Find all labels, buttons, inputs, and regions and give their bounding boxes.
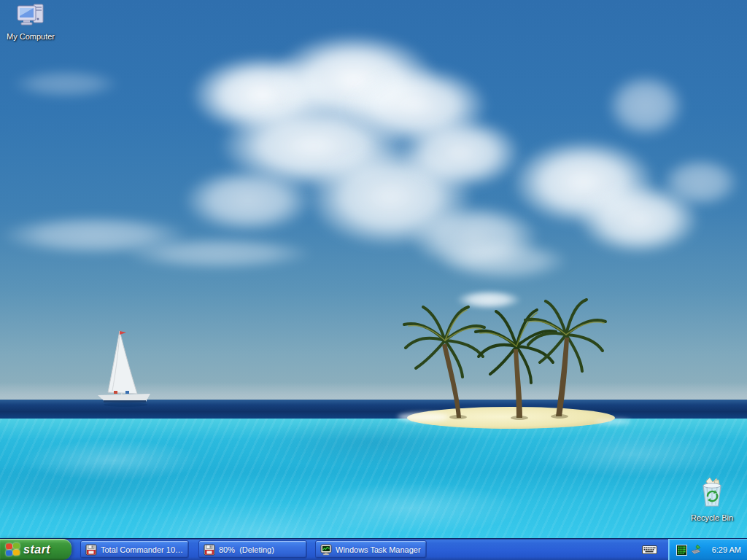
cpu-usage-icon[interactable] xyxy=(676,545,687,556)
taskbar-button-task-manager[interactable]: Windows Task Manager xyxy=(315,540,427,559)
start-button-label: start xyxy=(23,543,50,556)
cloud xyxy=(124,237,314,270)
cloud xyxy=(11,69,120,98)
turquoise-water xyxy=(0,419,747,538)
tray-clock[interactable]: 6:29 AM xyxy=(712,545,741,554)
windows-xp-desktop: My Computer Recycle Bin start xyxy=(0,0,747,560)
taskbar: start Total Commander 10.... 80% (Deleti… xyxy=(0,538,747,560)
desktop-icon-label: Recycle Bin xyxy=(686,513,738,522)
system-tray: 6:29 AM xyxy=(668,539,747,560)
taskbar-button-label: 80% (Deleting) xyxy=(219,545,274,554)
cloud xyxy=(398,117,522,190)
my-computer-icon xyxy=(16,3,45,28)
sailboat xyxy=(93,325,159,410)
palm-trees xyxy=(394,295,620,430)
cloud xyxy=(605,73,686,139)
taskbar-button-label: Windows Task Manager xyxy=(336,545,421,554)
wallpaper-beach-island xyxy=(0,0,747,538)
task-manager-icon xyxy=(320,544,332,556)
taskbar-button-label: Total Commander 10.... xyxy=(101,545,184,554)
safely-remove-hardware-icon[interactable] xyxy=(690,544,702,556)
keyboard-layout-icon[interactable] xyxy=(642,544,657,555)
taskbar-button-total-commander[interactable]: Total Commander 10.... xyxy=(80,540,189,559)
windows-logo-icon xyxy=(6,542,20,556)
recycle-bin-icon xyxy=(697,475,727,509)
cloud xyxy=(182,168,314,233)
desktop-icon-my-computer[interactable]: My Computer xyxy=(4,3,57,41)
cloud xyxy=(438,241,569,281)
desktop-icon-recycle-bin[interactable]: Recycle Bin xyxy=(686,475,738,522)
desktop-icon-label: My Computer xyxy=(4,32,57,41)
taskbar-button-copy-progress[interactable]: 80% (Deleting) xyxy=(198,540,307,559)
cloud xyxy=(660,157,740,208)
total-commander-icon xyxy=(85,544,97,556)
total-commander-progress-icon xyxy=(204,544,215,556)
start-button[interactable]: start xyxy=(0,539,71,560)
